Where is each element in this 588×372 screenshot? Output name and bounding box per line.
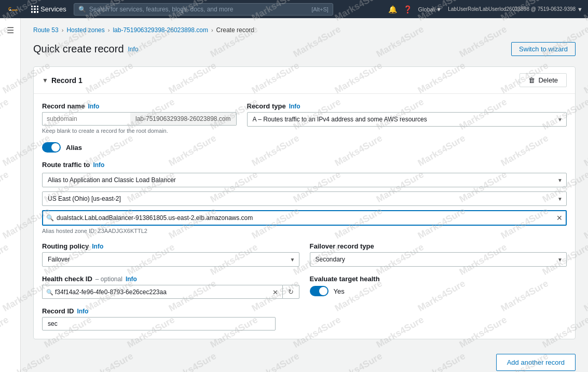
breadcrumb-current: Create record <box>216 26 254 34</box>
region-select-wrapper: US East (Ohio) [us-east-2] ▼ <box>42 191 567 206</box>
route-traffic-info-link[interactable]: Info <box>93 161 104 169</box>
services-label: Services <box>40 5 66 13</box>
routing-policy-label: Routing policy Info <box>42 242 299 250</box>
search-icon: 🔍 <box>78 6 86 13</box>
record-body: Record name Info lab-751906329398-260238… <box>34 94 575 339</box>
sidebar-toggle[interactable]: ☰ <box>0 18 21 372</box>
record-header: ▼ Record 1 🗑 Delete <box>34 67 575 94</box>
failover-select[interactable]: Secondary <box>310 252 567 267</box>
top-navbar: aws Services 🔍 [Alt+S] 🔔 ❓ Global ▼ LabU… <box>0 0 588 18</box>
add-another-record-button[interactable]: Add another record <box>496 354 576 371</box>
delete-button[interactable]: 🗑 Delete <box>519 73 567 87</box>
record-title: ▼ Record 1 <box>42 76 83 85</box>
record-name-info-link[interactable]: Info <box>88 103 99 110</box>
record-id-label: Record ID Info <box>42 307 567 315</box>
health-section: Health check ID – optional Info 🔍 ✕ ↻ <box>42 275 567 299</box>
region-selector[interactable]: Global ▼ <box>418 6 442 12</box>
breadcrumb-sep-2: › <box>108 27 110 33</box>
route-traffic-option-wrapper: Alias to Application and Classic Load Ba… <box>42 173 567 187</box>
main-content: Route 53 › Hosted zones › lab-7519063293… <box>21 18 588 372</box>
record-id-info-link[interactable]: Info <box>77 308 88 315</box>
search-shortcut: [Alt+S] <box>311 6 329 12</box>
grid-icon <box>31 6 38 13</box>
health-check-label: Health check ID – optional Info <box>42 275 299 283</box>
switch-wizard-button[interactable]: Switch to wizard <box>511 42 576 56</box>
page-footer: Add another record <box>33 348 576 372</box>
health-check-group: Health check ID – optional Info 🔍 ✕ ↻ <box>42 275 299 299</box>
region-select-inner: US East (Ohio) [us-east-2] ▼ <box>42 191 567 206</box>
record-name-group: Record name Info lab-751906329398-260238… <box>42 102 237 134</box>
routing-policy-group: Routing policy Info Failover ▼ <box>42 242 299 267</box>
breadcrumb-sep-3: › <box>211 27 213 33</box>
record-type-group: Record type Info A – Routes traffic to a… <box>247 102 567 134</box>
aws-logo-area[interactable]: aws <box>5 4 24 15</box>
failover-record-type-group: Failover record type Secondary ▼ <box>310 242 567 267</box>
page-header: Quick create record Info Switch to wizar… <box>33 42 576 56</box>
record-type-label: Record type Info <box>247 102 567 110</box>
eval-yes-label: Yes <box>334 287 345 295</box>
hc-clear-icon[interactable]: ✕ <box>272 288 278 296</box>
evaluate-health-label: Evaluate target health <box>310 275 567 283</box>
routing-policy-select[interactable]: Failover <box>42 252 299 267</box>
record-type-select[interactable]: A – Routes traffic to an IPv4 address an… <box>247 112 567 127</box>
route-traffic-select-wrapper: Alias to Application and Classic Load Ba… <box>42 173 567 187</box>
eval-health-toggle[interactable] <box>310 286 329 296</box>
navbar-right: 🔔 ❓ Global ▼ LabUserRole/LabUserlod26023… <box>388 5 583 13</box>
routing-policy-info-link[interactable]: Info <box>92 243 103 250</box>
route-traffic-section-label: Route traffic to Info <box>42 161 567 169</box>
record-type-select-wrapper: A – Routes traffic to an IPv4 address an… <box>247 112 567 127</box>
record-card: ▼ Record 1 🗑 Delete Record name Info <box>33 66 576 339</box>
domain-suffix: lab-751906329398-26023898.com <box>130 112 237 126</box>
page-info-link[interactable]: Info <box>128 46 139 53</box>
alias-row: Alias <box>42 142 567 153</box>
account-menu[interactable]: LabUserRole/LabUserlod26023898 @ 7519-06… <box>448 6 583 12</box>
health-check-info-link[interactable]: Info <box>126 275 137 283</box>
record-id-group: Record ID Info <box>42 307 567 330</box>
subdomain-input[interactable] <box>42 112 130 126</box>
global-search[interactable]: 🔍 [Alt+S] <box>74 3 333 16</box>
page-title: Quick create record <box>33 43 124 55</box>
evaluate-health-group: Evaluate target health Yes <box>310 275 567 299</box>
routing-policy-select-wrapper: Failover ▼ <box>42 252 299 267</box>
route-traffic-select[interactable]: Alias to Application and Classic Load Ba… <box>42 173 567 187</box>
eval-health-toggle-row: Yes <box>310 286 567 296</box>
domain-input-group: lab-751906329398-26023898.com <box>42 112 237 126</box>
breadcrumb-sep-1: › <box>62 27 64 33</box>
health-check-input[interactable] <box>42 285 282 299</box>
search-input[interactable] <box>89 6 308 13</box>
refresh-button[interactable]: ↻ <box>282 285 299 299</box>
failover-record-type-label: Failover record type <box>310 242 567 250</box>
eval-health-knob <box>319 287 327 295</box>
lb-clear-icon[interactable]: ✕ <box>556 214 563 222</box>
lb-search-wrapper: 🔍 ✕ <box>42 210 567 226</box>
load-balancer-search-wrapper: 🔍 ✕ <box>42 210 567 226</box>
help-icon[interactable]: ❓ <box>403 5 412 13</box>
record-name-label: Record name Info <box>42 102 237 110</box>
alias-toggle[interactable] <box>42 142 61 153</box>
failover-select-wrapper: Secondary ▼ <box>310 252 567 267</box>
form-row-1: Record name Info lab-751906329398-260238… <box>42 102 567 134</box>
health-check-input-row: 🔍 ✕ ↻ <box>42 285 299 299</box>
hc-input-wrapper: 🔍 ✕ <box>42 285 282 299</box>
alias-zone-hint: Alias hosted zone ID: Z3AADJGX6KTTL2 <box>42 228 567 234</box>
record-name-hint: Keep blank to create a record for the ro… <box>42 128 237 134</box>
lb-search-input[interactable] <box>42 210 567 226</box>
breadcrumb-hosted-zones[interactable]: Hosted zones <box>66 26 104 34</box>
toggle-knob <box>51 143 60 151</box>
page-title-area: Quick create record Info <box>33 43 139 55</box>
record-id-input[interactable] <box>42 317 276 330</box>
breadcrumb: Route 53 › Hosted zones › lab-7519063293… <box>33 26 576 34</box>
region-select[interactable]: US East (Ohio) [us-east-2] <box>42 191 567 206</box>
chevron-down-icon: ▼ <box>42 77 48 84</box>
alias-label: Alias <box>66 144 82 151</box>
record-title-text: Record 1 <box>51 76 83 85</box>
bell-icon[interactable]: 🔔 <box>388 5 397 13</box>
record-type-info-link[interactable]: Info <box>289 103 300 110</box>
breadcrumb-route53[interactable]: Route 53 <box>33 26 59 34</box>
services-menu[interactable]: Services <box>28 3 70 15</box>
svg-text:aws: aws <box>12 8 18 11</box>
lb-search-icon: 🔍 <box>46 214 54 222</box>
hamburger-icon[interactable]: ☰ <box>7 25 14 35</box>
delete-icon: 🗑 <box>528 76 535 84</box>
breadcrumb-domain[interactable]: lab-751906329398-26023898.com <box>113 26 208 34</box>
